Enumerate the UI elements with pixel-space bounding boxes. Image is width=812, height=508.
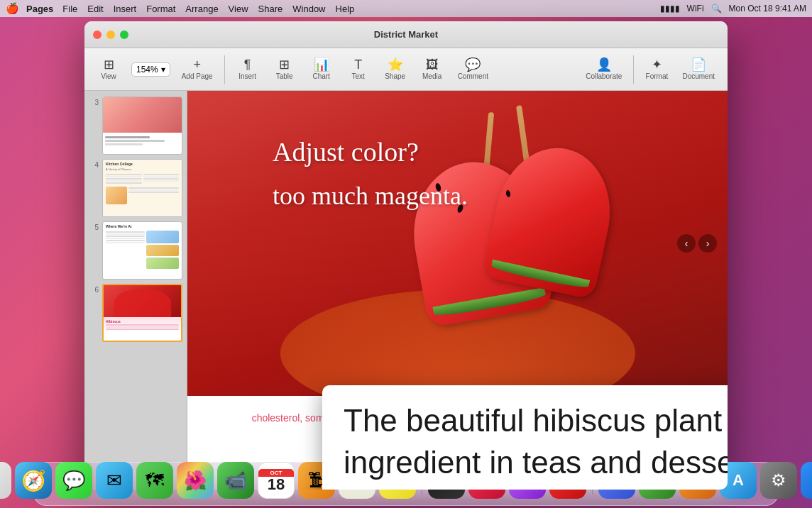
doc-canvas-inner: Adjust color? too much magenta. ‹ › chol… <box>187 91 728 490</box>
menubar: 🍎 Pages File Edit Insert Format Arrange … <box>0 0 812 17</box>
add-page-icon: + <box>193 58 201 71</box>
page-thumb-3[interactable] <box>102 96 182 155</box>
comment-label: Comment <box>458 72 488 80</box>
dock-item-mail[interactable]: ✉ <box>96 462 133 499</box>
dock-item-photos[interactable]: 🌺 <box>177 462 214 499</box>
facetime-icon: 📹 <box>224 470 247 492</box>
wifi-icon: WiFi <box>687 4 704 13</box>
menu-file[interactable]: File <box>62 4 77 14</box>
menu-view[interactable]: View <box>229 4 248 14</box>
menu-format[interactable]: Format <box>146 4 175 14</box>
menu-arrange[interactable]: Arrange <box>185 4 218 14</box>
thumbnail-row-6: 6 Hibiscus <box>89 284 182 342</box>
document-canvas[interactable]: Adjust color? too much magenta. ‹ › chol… <box>187 91 728 490</box>
safari-icon: 🧭 <box>21 469 46 492</box>
page-num-6: 6 <box>89 286 99 294</box>
dock-item-screenconnect[interactable]: ◎ <box>801 462 812 499</box>
search-icon[interactable]: 🔍 <box>711 4 722 13</box>
chart-label: Chart <box>312 72 329 80</box>
media-button[interactable]: 🖼 Media <box>415 55 449 83</box>
comment-icon: 💬 <box>465 58 481 71</box>
minimize-button[interactable] <box>106 31 115 39</box>
view-icon: ⊞ <box>104 58 114 71</box>
chart-button[interactable]: 📊 Chart <box>304 55 339 83</box>
toolbar: ⊞ View 154% ▾ + Add Page ¶ Insert ⊞ Tabl… <box>84 48 728 91</box>
page-num-5: 5 <box>89 223 99 231</box>
dock-item-launchpad[interactable]: ⊞ <box>0 462 11 499</box>
shape-icon: ⭐ <box>388 58 403 71</box>
document-label: Document <box>682 72 715 80</box>
text-label: Text <box>351 72 364 80</box>
dock-item-safari[interactable]: 🧭 <box>15 462 52 499</box>
syspreferences-icon: ⚙ <box>771 470 786 490</box>
insert-label: Insert <box>238 72 256 80</box>
window-controls <box>93 31 128 39</box>
calendar-date-icon: 18 <box>268 477 285 492</box>
dock-item-syspreferences[interactable]: ⚙ <box>760 462 797 499</box>
mail-icon: ✉ <box>106 470 122 492</box>
page-thumb-6-active[interactable]: Hibiscus <box>102 284 182 342</box>
close-button[interactable] <box>93 31 102 39</box>
text-button[interactable]: T Text <box>341 55 375 83</box>
table-label: Table <box>276 72 293 80</box>
add-page-label: Add Page <box>182 72 213 80</box>
document-button[interactable]: 📄 Document <box>676 55 720 83</box>
format-button[interactable]: ✦ Format <box>640 55 674 83</box>
menu-insert[interactable]: Insert <box>114 4 137 14</box>
hero-image: Adjust color? too much magenta. ‹ › <box>187 91 728 396</box>
view-button[interactable]: ⊞ View <box>92 55 126 83</box>
datetime-display: Mon Oct 18 9:41 AM <box>729 4 806 13</box>
next-arrow[interactable]: › <box>698 234 717 253</box>
add-page-button[interactable]: + Add Page <box>176 55 219 83</box>
dock-item-maps[interactable]: 🗺 <box>136 462 173 499</box>
insert-icon: ¶ <box>244 58 251 71</box>
page-num-4: 4 <box>89 161 99 169</box>
collaborate-button[interactable]: 👤 Collaborate <box>580 55 627 83</box>
battery-icon: ▮▮▮▮ <box>660 4 680 13</box>
view-label: View <box>101 72 116 80</box>
menu-edit[interactable]: Edit <box>87 4 103 14</box>
messages-icon: 💬 <box>62 470 85 492</box>
toolbar-divider-2 <box>633 55 634 84</box>
apple-menu-icon[interactable]: 🍎 <box>6 2 19 15</box>
menu-window[interactable]: Window <box>292 4 325 14</box>
dock-item-calendar[interactable]: OCT 18 <box>258 462 295 499</box>
tooltip-popover: The beautiful hibiscus plant is a fine i… <box>322 385 728 490</box>
page-thumbnails-sidebar[interactable]: 3 4 Kitchen College A Variety of Clas <box>84 91 187 490</box>
pages-window: District Market ⊞ View 154% ▾ + Add Page… <box>84 21 728 490</box>
dock-item-facetime[interactable]: 📹 <box>217 462 254 499</box>
thumbnail-row-4: 4 Kitchen College A Variety of Classes <box>89 159 182 217</box>
media-label: Media <box>422 72 441 80</box>
menu-help[interactable]: Help <box>336 4 355 14</box>
document-icon: 📄 <box>691 58 706 71</box>
window-title: District Market <box>374 29 438 40</box>
zoom-control[interactable]: 154% ▾ <box>131 62 170 77</box>
insert-button[interactable]: ¶ Insert <box>231 55 265 83</box>
format-label: Format <box>646 72 669 80</box>
page-num-3: 3 <box>89 99 99 106</box>
titlebar: District Market <box>84 21 728 48</box>
maps-icon: 🗺 <box>146 470 164 492</box>
collaborate-icon: 👤 <box>596 58 612 71</box>
collaborate-label: Collaborate <box>586 72 622 80</box>
shape-label: Shape <box>385 72 405 80</box>
page-thumb-4[interactable]: Kitchen College A Variety of Classes <box>102 159 182 217</box>
shape-button[interactable]: ⭐ Shape <box>378 55 412 83</box>
text-icon: T <box>354 58 362 71</box>
comment-button[interactable]: 💬 Comment <box>452 55 494 83</box>
dock-item-messages[interactable]: 💬 <box>55 462 92 499</box>
prev-arrow[interactable]: ‹ <box>677 234 696 253</box>
thumbnail-row-5: 5 Where We're At <box>89 221 182 280</box>
chart-icon: 📊 <box>314 58 329 71</box>
menu-share[interactable]: Share <box>258 4 283 14</box>
page-thumb-5[interactable]: Where We're At <box>102 221 182 280</box>
appstore-icon: A <box>733 471 744 490</box>
zoom-value: 154% <box>136 65 158 74</box>
tooltip-text: The beautiful hibiscus plant is a fine i… <box>344 399 728 490</box>
maximize-button[interactable] <box>120 31 128 39</box>
zoom-chevron-icon: ▾ <box>161 65 165 74</box>
menubar-right-items: ▮▮▮▮ WiFi 🔍 Mon Oct 18 9:41 AM <box>660 4 806 13</box>
table-button[interactable]: ⊞ Table <box>268 55 302 83</box>
app-name: Pages <box>26 4 53 14</box>
format-icon: ✦ <box>652 58 662 71</box>
